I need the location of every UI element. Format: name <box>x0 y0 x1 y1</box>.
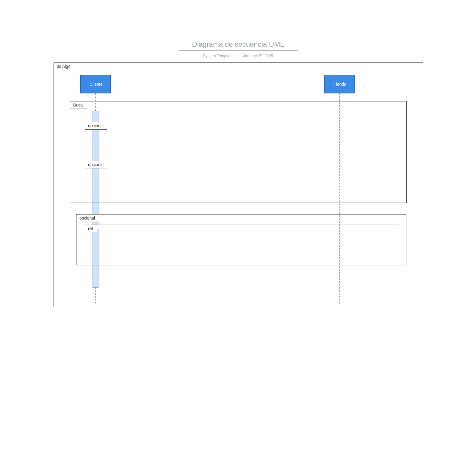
lifeline-cliente-label: :Cliente <box>88 82 102 87</box>
title-block: Diagrama de secuencia UML System Templat… <box>155 40 321 58</box>
opt-fragment-3-label: opcional <box>76 214 102 222</box>
subtitle-date: January 27, 2025 <box>243 54 273 58</box>
subtitle-row: System Templates January 27, 2025 <box>155 54 321 58</box>
outer-frame-label: ds Algo <box>54 62 78 70</box>
opt-fragment-1-label: opcional <box>85 122 111 130</box>
opt-fragment-2-label: opcional <box>85 161 111 168</box>
ref-fragment: ref <box>85 225 399 255</box>
diagram-canvas: Diagrama de secuencia UML System Templat… <box>0 0 476 476</box>
ref-fragment-label: ref <box>85 225 100 232</box>
lifeline-cliente: :Cliente <box>80 75 111 93</box>
subtitle-author: System Templates <box>203 54 234 58</box>
opt-fragment-2: opcional <box>85 161 399 191</box>
opt-fragment-1: opcional <box>85 122 399 152</box>
loop-fragment-label: Bucle <box>70 101 91 109</box>
lifeline-cliente-line-bottom <box>95 287 96 303</box>
subtitle-separator <box>239 54 239 58</box>
lifeline-tienda-label: :Tienda <box>333 82 346 87</box>
diagram-title: Diagrama de secuencia UML <box>178 40 298 51</box>
lifeline-tienda: :Tienda <box>324 75 355 93</box>
